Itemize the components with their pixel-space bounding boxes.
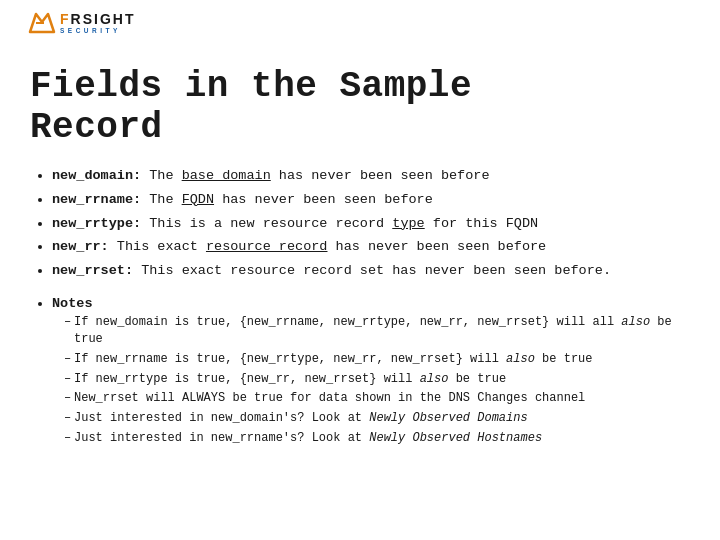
term-new-rrname: new_rrname: xyxy=(52,192,141,207)
logo-name: FRSIGHT xyxy=(60,12,135,26)
note-item-5: Just interested in new_domain's? Look at… xyxy=(64,410,690,427)
note-item-6: Just interested in new_rrname's? Look at… xyxy=(64,430,690,447)
page: FRSIGHT SECURITY Fields in the Sample Re… xyxy=(0,0,720,540)
list-item: new_rrset: This exact resource record se… xyxy=(52,262,690,281)
note-item-1: If new_domain is true, {new_rrname, new_… xyxy=(64,314,690,348)
logo-icon xyxy=(28,12,56,34)
logo-sub: SECURITY xyxy=(60,27,135,34)
title-line1: Fields in the Sample xyxy=(30,66,472,107)
term-new-rr: new_rr: xyxy=(52,239,109,254)
notes-label: Notes xyxy=(52,296,93,311)
page-title: Fields in the Sample Record xyxy=(30,66,690,149)
note-item-4: New_rrset will ALWAYS be true for data s… xyxy=(64,390,690,407)
list-item: new_rrname: The FQDN has never been seen… xyxy=(52,191,690,210)
logo-rest: RSIGHT xyxy=(71,11,136,27)
note-item-2: If new_rrname is true, {new_rrtype, new_… xyxy=(64,351,690,368)
list-item: new_domain: The base domain has never be… xyxy=(52,167,690,186)
bullet-list: new_domain: The base domain has never be… xyxy=(52,167,690,281)
notes-inner-list: If new_domain is true, {new_rrname, new_… xyxy=(64,314,690,447)
notes-list-item: Notes If new_domain is true, {new_rrname… xyxy=(52,295,690,446)
note-item-3: If new_rrtype is true, {new_rr, new_rrse… xyxy=(64,371,690,388)
term-new-domain: new_domain: xyxy=(52,168,141,183)
list-item: new_rrtype: This is a new resource recor… xyxy=(52,215,690,234)
logo: FRSIGHT SECURITY xyxy=(28,12,135,34)
list-item: new_rr: This exact resource record has n… xyxy=(52,238,690,257)
term-new-rrset: new_rrset: xyxy=(52,263,133,278)
logo-accent-f: F xyxy=(60,11,71,27)
title-line2: Record xyxy=(30,107,163,148)
logo-wordmark: FRSIGHT SECURITY xyxy=(60,12,135,34)
term-new-rrtype: new_rrtype: xyxy=(52,216,141,231)
notes-outer-list: Notes If new_domain is true, {new_rrname… xyxy=(52,295,690,446)
